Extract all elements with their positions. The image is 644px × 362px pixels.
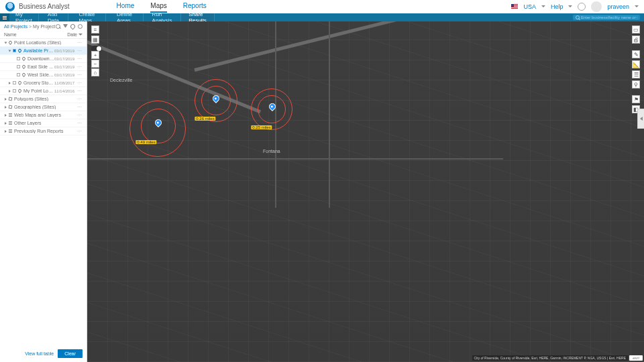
clear-button[interactable]: Clear xyxy=(58,349,83,358)
bookmark-tool[interactable]: ⚑ xyxy=(632,95,640,103)
more-icon[interactable]: ⋯ xyxy=(77,40,83,46)
polygon-icon xyxy=(9,97,13,101)
distance-label: 0.25 miles xyxy=(251,125,272,129)
map-attribution: City of Riverside, County of Riverside, … xyxy=(472,355,628,361)
layer-available-properties[interactable]: Available Properties 03/17/2019 ⋯ xyxy=(0,47,87,55)
chevron-down-icon xyxy=(635,5,639,7)
group-web-maps[interactable]: Web Maps and Layers ⋯ xyxy=(0,111,87,119)
neighborhood-label: Declezville xyxy=(110,78,132,82)
col-date[interactable]: Date xyxy=(67,32,83,37)
expand-icon xyxy=(5,130,7,133)
site-west[interactable]: West Side Location 03/17/2019 ⋯ xyxy=(0,71,87,79)
more-icon[interactable]: ⋯ xyxy=(77,80,83,86)
site-east[interactable]: East Side Location 03/17/2019 ⋯ xyxy=(0,63,87,71)
group-prev-reports[interactable]: Previously Run Reports ⋯ xyxy=(0,127,87,135)
more-icon[interactable]: ⋯ xyxy=(77,88,83,94)
layer-grocery-stores[interactable]: Grocery Stores 11/08/2017 ⋯ xyxy=(0,79,87,87)
visibility-checkbox[interactable] xyxy=(13,81,16,84)
breadcrumb: All Projects > My Project xyxy=(0,21,87,31)
col-name[interactable]: Name xyxy=(4,32,17,37)
chevron-left-icon xyxy=(640,117,643,121)
ribbon-menu-button[interactable] xyxy=(0,13,9,21)
layer-list: Point Locations (Sites) ⋯ Available Prop… xyxy=(0,39,87,345)
legend-tool[interactable]: ☰ xyxy=(632,70,640,78)
crumb-root[interactable]: All Projects xyxy=(4,24,28,29)
print-tool[interactable]: 🖨 xyxy=(632,36,640,44)
notifications-icon[interactable] xyxy=(578,3,586,11)
map-controls-top-left: ≡ ▦ xyxy=(91,25,102,52)
more-icon[interactable]: ⋯ xyxy=(77,72,83,78)
visibility-checkbox[interactable] xyxy=(13,89,16,93)
more-icon[interactable]: ⋯ xyxy=(77,56,83,62)
user-avatar-icon[interactable] xyxy=(591,1,602,12)
map-view[interactable]: Declezville Fontana 0.49 miles 0.26 mile… xyxy=(87,21,644,362)
pin-icon xyxy=(8,40,13,45)
group-other-layers[interactable]: Other Layers ⋯ xyxy=(0,119,87,127)
expand-icon xyxy=(5,42,7,44)
tab-define-areas[interactable]: Define Areas xyxy=(106,13,144,21)
expand-icon xyxy=(5,98,7,101)
workflow-ribbon: My Project Add Data Create Maps Define A… xyxy=(0,13,644,21)
tab-share-results[interactable]: Share Results xyxy=(181,13,215,21)
panel-settings-icon[interactable] xyxy=(78,24,83,29)
visibility-checkbox[interactable] xyxy=(13,49,16,52)
country-picker[interactable]: USA xyxy=(523,3,536,10)
map-zoom-controls: + − ⌂ xyxy=(91,51,99,76)
view-full-table-link[interactable]: View full table xyxy=(25,351,54,356)
panel-pin-icon[interactable] xyxy=(70,23,76,29)
draw-tool[interactable]: ✎ xyxy=(632,50,640,58)
select-tool[interactable]: ▭ xyxy=(632,25,640,34)
tab-run-analysis[interactable]: Run Analysis xyxy=(144,13,181,21)
more-icon[interactable]: ⋯ xyxy=(77,97,83,102)
measure-tool[interactable]: 📐 xyxy=(632,60,640,68)
pin-icon xyxy=(17,80,22,85)
polygon-icon xyxy=(9,105,13,109)
more-icon[interactable]: ⋯ xyxy=(77,129,83,134)
panel-collapse-tab[interactable] xyxy=(637,109,644,129)
more-icon[interactable]: ⋯ xyxy=(77,113,83,118)
crumb-current: My Project xyxy=(33,24,55,29)
expand-icon xyxy=(9,82,11,84)
zoom-out-button[interactable]: − xyxy=(91,60,99,68)
home-extent-button[interactable]: ⌂ xyxy=(91,68,99,76)
site-downtown[interactable]: Downtown Location 03/17/2019 ⋯ xyxy=(0,55,87,63)
group-point-locations[interactable]: Point Locations (Sites) ⋯ xyxy=(0,39,87,47)
app-root: Business Analyst Home Maps Reports USA H… xyxy=(0,0,644,362)
search-input[interactable] xyxy=(573,15,640,20)
tab-add-data[interactable]: Add Data xyxy=(39,13,68,21)
pin-icon xyxy=(21,72,26,77)
panel-footer: View full table Clear xyxy=(0,345,87,362)
expand-icon xyxy=(5,114,7,117)
group-polygons[interactable]: Polygons (Sites) ⋯ xyxy=(0,95,87,103)
product-logo-icon xyxy=(5,2,15,11)
user-menu[interactable]: praveen xyxy=(607,3,629,10)
layer-my-point-locations[interactable]: My Point Locations 11/14/2016 ⋯ xyxy=(0,87,87,95)
tab-my-project[interactable]: My Project xyxy=(9,13,39,21)
chevron-down-icon xyxy=(541,5,545,7)
pin-icon xyxy=(21,64,26,69)
basemap-button[interactable]: ▦ xyxy=(91,36,99,44)
help-link[interactable]: Help xyxy=(551,3,564,10)
expand-icon xyxy=(9,50,11,52)
more-icon[interactable]: ⋯ xyxy=(77,105,83,110)
map-tools-right: ▭ 🖨 ✎ 📐 ☰ ⚲ ⚑ ◧ xyxy=(632,25,640,113)
visibility-checkbox[interactable] xyxy=(17,73,20,76)
tab-create-maps[interactable]: Create Maps xyxy=(68,13,106,21)
layers-icon xyxy=(9,121,12,125)
distance-label: 0.49 miles xyxy=(136,140,156,144)
visibility-checkbox[interactable] xyxy=(17,57,20,60)
panel-search-icon[interactable] xyxy=(56,24,60,29)
more-icon[interactable]: ⋯ xyxy=(77,48,83,54)
group-geographies[interactable]: Geographies (Sites) ⋯ xyxy=(0,103,87,111)
find-tool[interactable]: ⚲ xyxy=(632,80,640,88)
zoom-in-button[interactable]: + xyxy=(91,51,99,59)
ribbon-search xyxy=(568,13,644,21)
more-icon[interactable]: ⋯ xyxy=(77,64,83,70)
visibility-checkbox[interactable] xyxy=(17,65,20,68)
pin-icon xyxy=(17,48,22,53)
more-icon[interactable]: ⋯ xyxy=(77,121,83,126)
crumb-sep: > xyxy=(29,24,32,29)
road xyxy=(87,158,503,160)
panel-filter-icon[interactable] xyxy=(63,24,68,29)
layers-button[interactable]: ≡ xyxy=(91,25,99,34)
